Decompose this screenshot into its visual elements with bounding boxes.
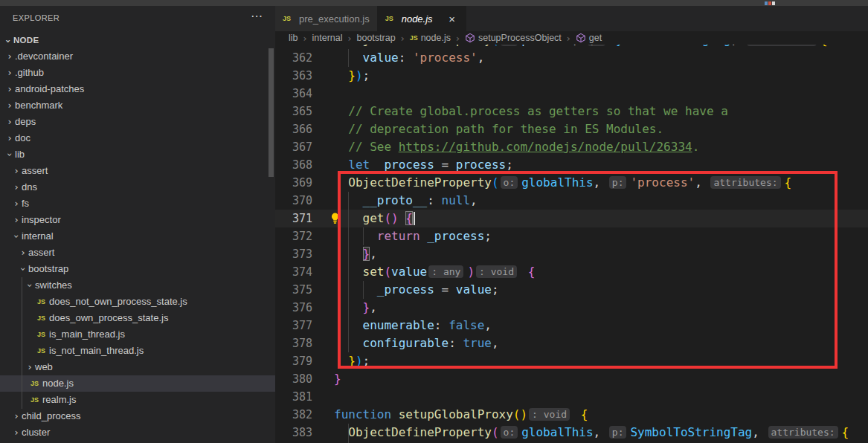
lightbulb-icon[interactable] <box>329 212 341 225</box>
chevron-right-icon: › <box>4 97 15 114</box>
breadcrumb-separator: › <box>456 33 460 44</box>
tree-item-label: .devcontainer <box>15 48 73 65</box>
line-number: 378 <box>275 334 312 352</box>
tree-item-deps[interactable]: ›deps <box>0 114 275 130</box>
tree-item-web[interactable]: ›web <box>0 359 275 375</box>
tree-item-internal[interactable]: ›internal <box>0 228 275 245</box>
code-token: ; <box>484 229 492 243</box>
tree-item-android-patches[interactable]: ›android-patches <box>0 81 275 97</box>
tree-item-switches[interactable]: ›switches <box>0 277 275 294</box>
tree-item-realm-js[interactable]: JSrealm.js <box>0 392 275 408</box>
code-line-379[interactable]: 379 }); <box>275 352 868 370</box>
code-token: // See <box>334 140 399 154</box>
breadcrumb-item-lib[interactable]: lib <box>289 33 298 43</box>
tree-item-label: assert <box>22 163 48 179</box>
tree-item-devcontainer[interactable]: ›.devcontainer <box>0 48 275 65</box>
code-line-372[interactable]: 372 return _process; <box>275 227 868 245</box>
line-number: 362 <box>275 49 312 67</box>
breadcrumb-item-bootstrap[interactable]: bootstrap <box>357 33 396 43</box>
tree-item-label: child_process <box>22 408 81 424</box>
code-line-375[interactable]: 375 _process = value; <box>275 281 868 299</box>
code-token: 'process' <box>630 175 695 190</box>
code-line-377[interactable]: 377 enumerable: false, <box>275 317 868 334</box>
sidebar-scrollbar[interactable] <box>269 48 274 177</box>
close-icon[interactable]: × <box>446 13 458 25</box>
inlay-hint: : any <box>428 265 463 278</box>
line-number: 368 <box>275 156 312 174</box>
code-line-363[interactable]: 363 }); <box>275 67 868 85</box>
code-token <box>334 229 377 243</box>
tree-item-node-js[interactable]: JSnode.js <box>0 375 275 392</box>
chevron-right-icon: › <box>11 424 22 441</box>
explorer-title: EXPLORER <box>13 13 60 22</box>
code-line-373[interactable]: 373 }, <box>275 245 868 263</box>
tree-item-doc[interactable]: ›doc <box>0 130 275 146</box>
js-file-icon: JS <box>283 15 295 22</box>
tree-item-bootstrap[interactable]: ›bootstrap <box>0 261 275 277</box>
tree-item-dns[interactable]: ›dns <box>0 179 275 195</box>
tree-item-label: bootstrap <box>28 261 68 277</box>
chevron-right-icon: › <box>25 359 35 375</box>
code-token <box>521 265 528 279</box>
code-editor[interactable]: 361 ObjectDefineProperty(o:process, p:Sy… <box>275 45 868 443</box>
line-number: 370 <box>275 192 312 210</box>
inlay-hint: attributes: <box>710 176 780 189</box>
tree-item-child-process[interactable]: ›child_process <box>0 408 275 424</box>
tree-item-label: web <box>35 359 53 375</box>
code-line-382[interactable]: 382function setupGlobalProxy(): void { <box>275 406 868 424</box>
breadcrumb-item-internal[interactable]: internal <box>312 33 343 43</box>
code-token: setupGlobalProxy <box>399 407 513 421</box>
tree-item-lib[interactable]: ›lib <box>0 146 275 163</box>
code-line-367[interactable]: 367 // See https://github.com/nodejs/nod… <box>275 138 868 156</box>
code-token <box>334 318 363 332</box>
tree-item-benchmark[interactable]: ›benchmark <box>0 97 275 114</box>
code-token <box>573 407 581 421</box>
code-token: get <box>363 211 385 225</box>
code-line-371[interactable]: 371 get() { <box>275 210 868 227</box>
vscode-window: EXPLORER ⋯ › NODE ›.devcontainer›.github… <box>0 0 868 443</box>
code-line-374[interactable]: 374 set(value: any): void { <box>275 263 868 281</box>
code-line-380[interactable]: 380} <box>275 370 868 388</box>
tree-item-cluster[interactable]: ›cluster <box>0 424 275 441</box>
code-line-381[interactable]: 381 <box>275 388 868 406</box>
code-line-364[interactable]: 364 <box>275 85 868 103</box>
breadcrumb-item-setupprocessobject[interactable]: setupProcessObject <box>465 33 562 43</box>
inlay-hint: : void <box>529 408 570 421</box>
code-line-378[interactable]: 378 configurable: true, <box>275 334 868 352</box>
code-line-362[interactable]: 362 value: 'process', <box>275 49 868 67</box>
chevron-right-icon: › <box>11 195 22 212</box>
code-token: null <box>442 193 471 207</box>
code-line-370[interactable]: 370 __proto__: null, <box>275 192 868 210</box>
tree-item-is-not-main-thread-js[interactable]: JSis_not_main_thread.js <box>0 343 275 359</box>
code-line-369[interactable]: 369 ObjectDefineProperty(o:globalThis, p… <box>275 174 868 192</box>
chevron-down-icon: › <box>22 280 38 291</box>
tree-item-does-own-process-state-js[interactable]: JSdoes_own_process_state.js <box>0 310 275 326</box>
tree-item-assert[interactable]: ›assert <box>0 163 275 179</box>
chevron-right-icon: › <box>11 212 22 228</box>
code-token: globalThis <box>521 425 593 439</box>
code-token <box>334 175 348 190</box>
code-line-365[interactable]: 365 // Create global.process as getters … <box>275 103 868 120</box>
tree-item-inspector[interactable]: ›inspector <box>0 212 275 228</box>
tab-node-js[interactable]: JSnode.js× <box>378 6 466 31</box>
code-line-366[interactable]: 366 // deprecation path for these in ES … <box>275 120 868 138</box>
tree-item-fs[interactable]: ›fs <box>0 195 275 212</box>
tree-item-label: assert <box>28 245 54 261</box>
section-title: NODE <box>13 36 39 45</box>
tree-item-label: deps <box>15 114 36 130</box>
code-line-368[interactable]: 368 let _process = process; <box>275 156 868 174</box>
tab-pre-execution-js[interactable]: JSpre_execution.js <box>275 6 378 31</box>
tree-item-does-not-own-process-state-js[interactable]: JSdoes_not_own_process_state.js <box>0 294 275 310</box>
tree-item-github[interactable]: ›.github <box>0 65 275 81</box>
breadcrumb-item-get[interactable]: get <box>576 33 602 43</box>
code-token: , <box>470 193 478 207</box>
tree-item-assert[interactable]: ›assert <box>0 245 275 261</box>
inlay-hint: p: <box>609 426 627 439</box>
code-line-376[interactable]: 376 }, <box>275 299 868 317</box>
section-header-node[interactable]: › NODE <box>0 34 275 49</box>
breadcrumb-item-node-js[interactable]: JSnode.js <box>410 33 451 43</box>
line-content: }, <box>334 245 377 263</box>
tree-item-is-main-thread-js[interactable]: JSis_main_thread.js <box>0 326 275 343</box>
code-line-383[interactable]: 383 ObjectDefineProperty(o:globalThis, p… <box>275 424 868 442</box>
explorer-more-actions-icon[interactable]: ⋯ <box>251 9 263 23</box>
